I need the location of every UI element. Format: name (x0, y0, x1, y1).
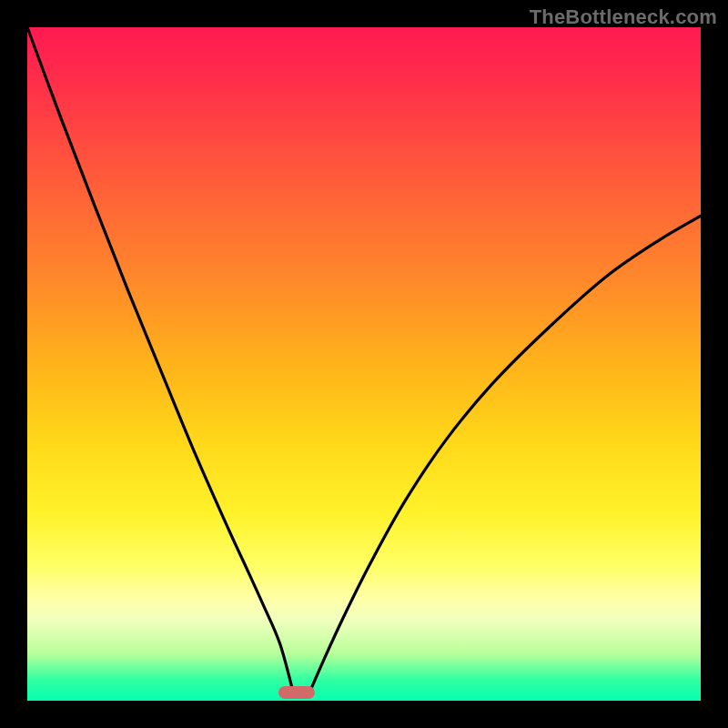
plot-area (27, 27, 701, 701)
chart-curves (27, 27, 701, 701)
min-marker (278, 686, 315, 699)
right-curve (309, 216, 701, 693)
left-curve (27, 27, 293, 693)
watermark-text: TheBottleneck.com (530, 5, 717, 29)
chart-frame: TheBottleneck.com (0, 0, 728, 728)
